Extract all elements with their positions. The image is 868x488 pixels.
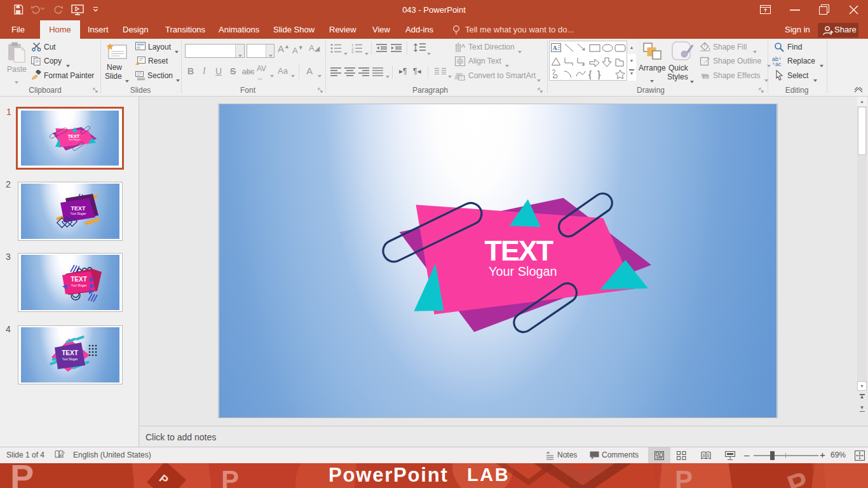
svg-text:P: P: [675, 465, 693, 488]
svg-text:P: P: [221, 465, 239, 488]
svg-text:3: 3: [351, 50, 354, 53]
svg-text:TEXT: TEXT: [71, 205, 86, 212]
svg-text:ac: ac: [775, 61, 782, 66]
svg-text:Your Slogan: Your Slogan: [62, 358, 78, 361]
svg-text:TEXT: TEXT: [62, 349, 78, 356]
svg-text:TEXT: TEXT: [71, 276, 87, 283]
svg-text:{: {: [588, 69, 592, 79]
svg-text:LAB: LAB: [467, 464, 510, 485]
svg-text:Your Slogan: Your Slogan: [71, 212, 86, 215]
svg-text:A: A: [553, 44, 558, 51]
svg-text:}: }: [597, 69, 601, 79]
svg-text:Your Slogan: Your Slogan: [71, 284, 87, 287]
svg-text:A: A: [461, 43, 465, 49]
svg-text:PowerPoint: PowerPoint: [329, 464, 449, 486]
svg-text:P: P: [10, 463, 34, 488]
